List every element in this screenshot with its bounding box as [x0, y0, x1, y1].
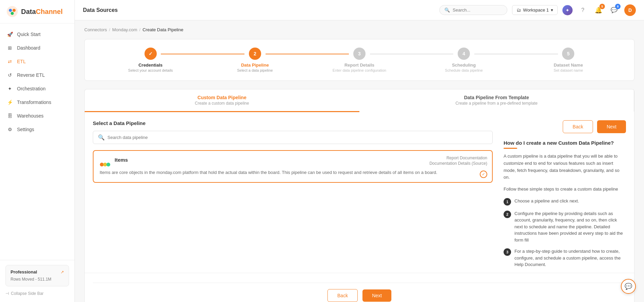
wizard-steps: ✓ Credentials Select your account detail… [84, 39, 634, 81]
bottom-action-row: Back Next [93, 283, 626, 302]
chat-widget[interactable]: 💬 [621, 279, 636, 294]
professional-badge: Professional ↗ Rows Moved - 511.1M [5, 265, 69, 286]
step-2-label: Data Pipeline [241, 63, 269, 68]
top-action-row: Back Next [504, 120, 626, 133]
transformations-icon: ⚡ [7, 99, 13, 105]
bottom-next-button[interactable]: Next [362, 289, 391, 302]
step-5-circle: 5 [562, 48, 574, 60]
sidebar-footer: Professional ↗ Rows Moved - 511.1M ⊣ Col… [0, 260, 74, 302]
right-column: Back Next How do I create a new Custom D… [504, 120, 626, 273]
breadcrumb-monday[interactable]: Monday.com [112, 27, 137, 32]
two-col-layout: Select a Data Pipeline 🔍 Report Document… [93, 120, 626, 273]
wizard-step-1: ✓ Credentials Select your account detail… [98, 48, 203, 72]
step-3-circle: 3 [353, 48, 366, 60]
sidebar-item-settings[interactable]: ⚙ Settings [0, 123, 74, 136]
page-title: Data Sources [83, 7, 118, 13]
help-button[interactable]: ? [577, 5, 588, 16]
select-pipeline-label: Select a Data Pipeline [93, 120, 493, 126]
external-link-icon[interactable]: ↗ [61, 270, 64, 274]
tab-custom-title: Custom Data Pipeline [91, 95, 353, 100]
svg-point-4 [100, 163, 104, 166]
avatar[interactable]: D [624, 4, 636, 16]
tab-custom-pipeline[interactable]: Custom Data Pipeline Create a custom dat… [85, 89, 359, 112]
help-step-2-text: Configure the pipeline by providing deta… [514, 210, 626, 244]
step-3-label: Report Details [344, 63, 374, 68]
help-follow-text: Follow these simple steps to create a cu… [504, 186, 626, 193]
monday-logo-icon [100, 157, 111, 166]
card-divider [85, 273, 634, 273]
nav-items: 🚀 Quick Start ⊞ Dashboard ⇄ ETL ↺ Revers… [0, 23, 74, 260]
topbar: Data Sources 🔍 🗂 Workspace 1 ▾ ✦ ? 🔔 5 💬 [75, 0, 644, 20]
pipeline-card-title: Items [115, 157, 128, 163]
sidebar-item-quick-start[interactable]: 🚀 Quick Start [0, 28, 74, 41]
help-step-1: 1 Choose a pipeline and click next. [504, 198, 626, 206]
svg-point-6 [106, 163, 110, 166]
search-box[interactable]: 🔍 [439, 5, 507, 15]
search-pipeline-box[interactable]: 🔍 [93, 131, 493, 144]
warehouses-icon: 🗄 [7, 113, 13, 119]
step-4-circle: 4 [458, 48, 470, 60]
tab-template-subtitle: Create a pipeline from a pre-defined tem… [366, 101, 627, 106]
help-section: How do I create a new Custom Data Pipeli… [504, 140, 626, 268]
logo-text: DataChannel [21, 8, 63, 16]
collapse-sidebar-button[interactable]: ⊣ Collapse Side Bar [5, 290, 69, 297]
step-2-sublabel: Select a data pipeline [237, 68, 273, 72]
step-4-label: Scheduling [452, 63, 476, 68]
ai-icon: ✦ [565, 7, 570, 13]
step-1-label: Credentials [138, 63, 163, 68]
doc-details-link[interactable]: Documentation Details (Source) [429, 161, 487, 166]
svg-point-5 [103, 163, 107, 166]
step-2-circle: 2 [249, 48, 261, 60]
sidebar-item-warehouses[interactable]: 🗄 Warehouses [0, 109, 74, 123]
tab-template-pipeline[interactable]: Data Pipeline From Template Create a pip… [359, 89, 634, 112]
left-column: Select a Data Pipeline 🔍 Report Document… [93, 120, 493, 273]
grid-icon: ⊞ [7, 45, 13, 51]
tab-template-title: Data Pipeline From Template [366, 95, 627, 100]
rocket-icon: 🚀 [7, 31, 13, 37]
top-next-button[interactable]: Next [597, 120, 626, 133]
wizard-step-2: 2 Data Pipeline Select a data pipeline [203, 48, 307, 72]
notifications-button[interactable]: 🔔 5 [593, 5, 604, 16]
step-5-label: Dataset Name [554, 63, 583, 68]
report-doc-link[interactable]: Report Documentation [429, 156, 487, 160]
bottom-back-button[interactable]: Back [327, 289, 358, 302]
step-1-sublabel: Select your account details [128, 68, 173, 72]
messages-button[interactable]: 💬 8 [609, 5, 620, 16]
reverse-etl-icon: ↺ [7, 72, 13, 78]
help-step-1-text: Choose a pipeline and click next. [514, 198, 579, 205]
svg-point-0 [7, 6, 18, 17]
sidebar-item-transformations[interactable]: ⚡ Transformations [0, 95, 74, 109]
topbar-right: 🔍 🗂 Workspace 1 ▾ ✦ ? 🔔 5 💬 8 D [439, 4, 636, 16]
help-divider [504, 148, 517, 149]
sidebar-item-reverse-etl[interactable]: ↺ Reverse ETL [0, 68, 74, 82]
search-pipeline-input[interactable] [107, 135, 488, 140]
sidebar-item-dashboard[interactable]: ⊞ Dashboard [0, 41, 74, 55]
sidebar-item-orchestration[interactable]: ✦ Orchestration [0, 82, 74, 95]
chevron-down-icon: ▾ [551, 7, 553, 13]
pipeline-card-items[interactable]: Report Documentation Documentation Detai… [93, 150, 493, 183]
logo-area: DataChannel [0, 0, 74, 23]
ai-button[interactable]: ✦ [562, 5, 573, 15]
messages-badge: 8 [615, 4, 621, 9]
orchestration-icon: ✦ [7, 86, 13, 92]
collapse-icon: ⊣ [5, 291, 9, 296]
wizard-step-5: 5 Dataset Name Set dataset name [516, 48, 621, 72]
main-area: Data Sources 🔍 🗂 Workspace 1 ▾ ✦ ? 🔔 5 💬 [75, 0, 644, 302]
workspace-selector[interactable]: 🗂 Workspace 1 ▾ [512, 5, 558, 15]
help-step-3: 3 For a step-by-step guide to understand… [504, 248, 626, 268]
svg-point-3 [11, 12, 14, 15]
help-title: How do I create a new Custom Data Pipeli… [504, 140, 626, 146]
top-back-button[interactable]: Back [563, 120, 593, 133]
tab-custom-subtitle: Create a custom data pipeline [91, 101, 353, 106]
search-icon: 🔍 [444, 7, 450, 13]
sidebar-item-etl[interactable]: ⇄ ETL [0, 55, 74, 68]
workspace-label: Workspace 1 [523, 7, 549, 13]
breadcrumb-connectors[interactable]: Connectors [84, 27, 107, 32]
search-input[interactable] [453, 7, 502, 13]
svg-point-2 [13, 9, 16, 12]
settings-icon: ⚙ [7, 126, 13, 132]
pipeline-tabs: Custom Data Pipeline Create a custom dat… [84, 89, 634, 112]
pipeline-card-description: Items are core objects in the monday.com… [100, 169, 486, 176]
breadcrumb-current: Create Data Pipeline [142, 27, 183, 32]
svg-point-1 [9, 9, 12, 12]
